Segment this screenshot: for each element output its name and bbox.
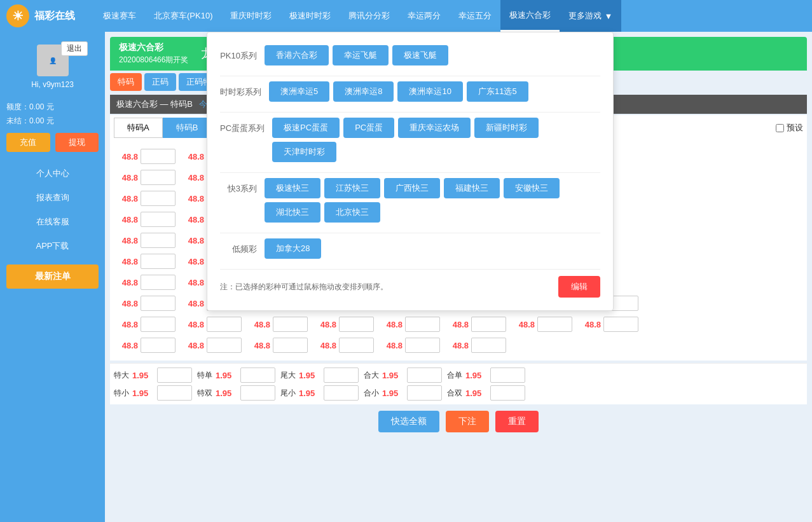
- nav-item-6[interactable]: 幸运五分: [450, 0, 500, 32]
- tab-code-a[interactable]: 特码A: [114, 118, 163, 138]
- sidebar-item-app[interactable]: APP下载: [0, 234, 105, 258]
- bet-input[interactable]: [141, 338, 175, 353]
- bet-cell: 48.8: [312, 336, 376, 355]
- dropdown-btn-az5[interactable]: 澳洲幸运5: [269, 81, 329, 102]
- bet-input[interactable]: [273, 338, 308, 353]
- special-bet-4: 合单 1.95: [447, 367, 525, 383]
- bet-input[interactable]: [141, 170, 175, 185]
- bet-input[interactable]: [141, 233, 175, 248]
- bet-input[interactable]: [207, 338, 242, 353]
- nav-item-4[interactable]: 腾讯分分彩: [340, 0, 399, 32]
- nav-item-0[interactable]: 极速赛车: [94, 0, 145, 32]
- bet-input[interactable]: [141, 212, 175, 227]
- dropdown-note: 注：已选择的彩种可通过鼠标拖动改变排列顺序。: [220, 282, 388, 292]
- bet-input[interactable]: [405, 338, 440, 353]
- dropdown-btn-jsk3b[interactable]: 江苏快三: [324, 178, 380, 198]
- special-input-6[interactable]: [240, 385, 275, 401]
- special-input-7[interactable]: [324, 385, 359, 401]
- sidebar-item-report[interactable]: 报表查询: [0, 186, 105, 210]
- quick-select-button[interactable]: 快选全额: [378, 411, 439, 432]
- bet-input[interactable]: [537, 317, 572, 332]
- reset-button[interactable]: 重置: [495, 411, 539, 432]
- bet-input[interactable]: [405, 317, 440, 332]
- dropdown-btn-pc[interactable]: PC蛋蛋: [343, 118, 394, 138]
- special-input-4[interactable]: [490, 367, 525, 383]
- bet-input[interactable]: [141, 317, 175, 332]
- special-bets-row1: 特大 1.95 特单 1.95 尾大 1.95 合大 1.95: [114, 367, 803, 383]
- bet-button[interactable]: 下注: [446, 411, 489, 432]
- logo-icon: ☀: [6, 4, 29, 27]
- tab-special[interactable]: 特码: [110, 73, 142, 91]
- dropdown-btn-xjss[interactable]: 新疆时时彩: [474, 118, 539, 138]
- bet-input[interactable]: [339, 338, 374, 353]
- tab-code-b[interactable]: 特码B: [163, 118, 212, 138]
- special-input-8[interactable]: [407, 385, 442, 401]
- special-input-9[interactable]: [490, 385, 525, 401]
- bet-input[interactable]: [603, 317, 638, 332]
- nav-item-2[interactable]: 重庆时时彩: [221, 0, 280, 32]
- dropdown-btn-jsk3[interactable]: 极速快三: [265, 178, 320, 198]
- bet-cell: 48.8: [378, 315, 442, 334]
- dropdown-btn-hbk3[interactable]: 湖北快三: [265, 202, 320, 223]
- nav-item-3[interactable]: 极速时时彩: [280, 0, 340, 32]
- dropdown-btn-az8[interactable]: 澳洲幸运8: [333, 81, 394, 102]
- special-input-0[interactable]: [157, 367, 192, 383]
- shishi-label: 时时彩系列: [220, 81, 269, 98]
- dropdown-btn-az10[interactable]: 澳洲幸运10: [397, 81, 462, 102]
- special-input-2[interactable]: [324, 367, 359, 383]
- special-input-1[interactable]: [240, 367, 275, 383]
- dropdown-btn-hklhc[interactable]: 香港六合彩: [265, 45, 329, 65]
- preset-row: 预设: [776, 122, 803, 134]
- sidebar-item-personal[interactable]: 个人中心: [0, 161, 105, 186]
- nav-item-1[interactable]: 北京赛车(PK10): [145, 0, 221, 32]
- withdraw-button[interactable]: 提现: [55, 133, 99, 152]
- special-input-5[interactable]: [157, 385, 192, 401]
- bet-input[interactable]: [141, 296, 175, 311]
- pk10-label: PK10系列: [220, 45, 265, 62]
- bet-input[interactable]: [141, 149, 175, 164]
- dropdown-btn-bjk3[interactable]: 北京快三: [324, 202, 380, 223]
- nav-item-5[interactable]: 幸运两分: [399, 0, 450, 32]
- tab-normal[interactable]: 正码: [144, 73, 176, 91]
- edit-button[interactable]: 编辑: [558, 276, 600, 298]
- dropdown-btn-ahk3[interactable]: 安徽快三: [504, 178, 560, 198]
- layout: 👤 退出 Hi, v9ym123 额度：0.00 元 未结：0.00 元 充值 …: [0, 32, 812, 522]
- dropdown-btn-gxk3[interactable]: 广西快三: [384, 178, 440, 198]
- dropdown-btn-canada[interactable]: 加拿大28: [265, 238, 321, 259]
- dropdown-btn-fjk3[interactable]: 福建快三: [444, 178, 500, 198]
- dropdown-btn-jsfting[interactable]: 极速飞艇: [392, 45, 448, 65]
- dropdown-btn-jspc[interactable]: 极速PC蛋蛋: [272, 118, 340, 138]
- bet-input[interactable]: [273, 317, 308, 332]
- bet-input[interactable]: [141, 191, 175, 206]
- logo: ☀ 福彩在线: [6, 4, 75, 27]
- nav-item-7[interactable]: 极速六合彩: [500, 0, 560, 32]
- preset-checkbox[interactable]: [776, 124, 784, 132]
- bet-input[interactable]: [141, 254, 175, 269]
- latest-orders-button[interactable]: 最新注单: [6, 264, 99, 289]
- shishi-buttons: 澳洲幸运5 澳洲幸运8 澳洲幸运10 广东11选5: [269, 81, 600, 102]
- bet-input[interactable]: [141, 275, 175, 290]
- dropdown-btn-cqnf[interactable]: 重庆幸运农场: [398, 118, 471, 138]
- bet-cell: 48.8: [246, 315, 310, 334]
- bet-cell: 48.8: [114, 336, 177, 355]
- dropdown-btn-xyfting[interactable]: 幸运飞艇: [333, 45, 389, 65]
- nav-more[interactable]: 更多游戏 ▼: [560, 0, 621, 32]
- special-bet-3: 合大 1.95: [364, 367, 442, 383]
- logout-button[interactable]: 退出: [61, 41, 88, 56]
- nav: 极速赛车 北京赛车(PK10) 重庆时时彩 极速时时彩 腾讯分分彩 幸运两分 幸…: [94, 0, 806, 32]
- bet-cell: 48.8: [114, 147, 177, 166]
- special-input-3[interactable]: [407, 367, 442, 383]
- bet-cell: 48.8: [114, 168, 177, 187]
- bet-input[interactable]: [207, 317, 242, 332]
- bet-input[interactable]: [339, 317, 374, 332]
- dropdown-btn-gd11[interactable]: 广东11选5: [467, 81, 528, 102]
- divider-1: [220, 76, 600, 76]
- charge-button[interactable]: 充值: [6, 133, 50, 152]
- action-row: 快选全额 下注 重置: [110, 411, 807, 439]
- bet-input[interactable]: [471, 317, 506, 332]
- avatar-placeholder: 👤: [49, 57, 57, 64]
- low-label: 低频彩: [220, 238, 265, 255]
- bet-input[interactable]: [471, 338, 506, 353]
- sidebar-item-service[interactable]: 在线客服: [0, 210, 105, 234]
- dropdown-btn-tjss[interactable]: 天津时时彩: [272, 142, 336, 162]
